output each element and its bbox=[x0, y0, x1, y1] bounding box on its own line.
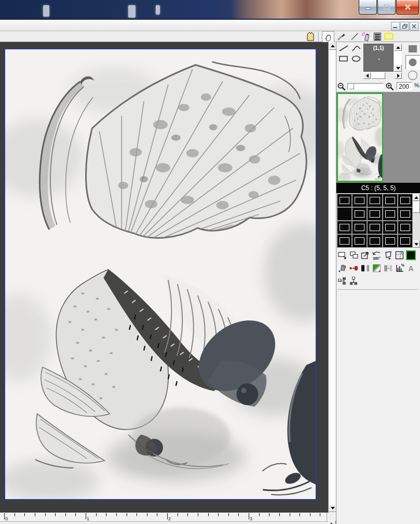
palette-swatch[interactable] bbox=[337, 235, 351, 247]
swatch-frame bbox=[385, 197, 395, 204]
palette-swatch[interactable] bbox=[337, 208, 351, 220]
palette-swatch[interactable] bbox=[383, 221, 397, 234]
preview-scroll-right-button[interactable] bbox=[395, 72, 402, 79]
paint-mode-button[interactable] bbox=[372, 263, 382, 273]
palette-swatch[interactable] bbox=[383, 194, 397, 207]
palette-swatch[interactable] bbox=[368, 221, 382, 234]
child-minimize-button[interactable] bbox=[391, 22, 400, 31]
ruler-minor-tick bbox=[198, 513, 198, 516]
align-horizontal-icon bbox=[337, 276, 347, 286]
shape-tool-line[interactable] bbox=[338, 44, 349, 52]
current-color-swatch[interactable] bbox=[406, 250, 416, 260]
palette-swatch[interactable] bbox=[353, 208, 367, 220]
hand-tool-button[interactable] bbox=[322, 31, 334, 43]
window-maximize-button[interactable] bbox=[377, 0, 396, 15]
palette-swatch[interactable] bbox=[337, 221, 351, 234]
palette-swatch[interactable] bbox=[368, 194, 382, 207]
histogram-button[interactable]: % bbox=[395, 263, 404, 273]
brush-tool-button[interactable] bbox=[335, 31, 347, 42]
ruler-minor-tick bbox=[228, 513, 229, 516]
zoom-in-icon bbox=[385, 82, 395, 91]
ruler-minor-tick bbox=[178, 513, 178, 516]
mask-tool-button[interactable] bbox=[305, 31, 316, 42]
palette-scroll-thumb[interactable] bbox=[413, 201, 420, 213]
palette-scroll-down-button[interactable] bbox=[413, 240, 420, 248]
preview-scroll-up-button[interactable] bbox=[394, 44, 402, 51]
duplicate-button[interactable] bbox=[349, 250, 359, 260]
arrow-up-icon bbox=[414, 196, 418, 199]
swatch-frame bbox=[355, 224, 364, 231]
airbrush-tool-button[interactable] bbox=[360, 31, 372, 42]
preview-scroll-down-button[interactable] bbox=[394, 64, 402, 72]
text-tool-button[interactable]: A bbox=[406, 263, 416, 273]
window-close-button[interactable] bbox=[396, 0, 419, 15]
navigator-image bbox=[338, 94, 382, 181]
canvas-area[interactable] bbox=[0, 42, 328, 513]
shape-tool-ellipse[interactable] bbox=[350, 55, 362, 63]
preview-scroll-thumb[interactable] bbox=[372, 72, 385, 79]
zoom-slider-thumb[interactable] bbox=[349, 84, 354, 89]
palette-swatch[interactable] bbox=[383, 208, 397, 220]
skew-icon bbox=[383, 250, 393, 260]
child-close-button[interactable] bbox=[410, 22, 418, 31]
palette-swatch[interactable] bbox=[398, 221, 412, 234]
palette-swatch[interactable] bbox=[337, 194, 351, 207]
ruler-minor-tick bbox=[35, 513, 35, 516]
scroll-down-button[interactable] bbox=[329, 504, 336, 512]
preview-horizontal-scrollbar[interactable] bbox=[363, 72, 402, 79]
palette-swatch[interactable] bbox=[353, 235, 367, 247]
rotate-360-button[interactable]: 360° bbox=[372, 250, 382, 260]
palette-swatch[interactable] bbox=[398, 208, 412, 220]
horizontal-scrollbar[interactable] bbox=[0, 521, 328, 524]
brush-tip-filled-circle[interactable] bbox=[405, 55, 420, 70]
palette-swatch[interactable] bbox=[398, 235, 412, 247]
window-minimize-button[interactable] bbox=[359, 0, 377, 15]
tone-adjust-button[interactable] bbox=[349, 263, 359, 273]
scroll-right-button[interactable] bbox=[328, 520, 336, 524]
contrast-gray-button[interactable] bbox=[383, 263, 393, 273]
brush-preview-dot bbox=[378, 59, 380, 60]
palette-scroll-up-button[interactable] bbox=[413, 194, 420, 201]
skew-button[interactable] bbox=[383, 250, 393, 260]
titlebar-reflection bbox=[128, 5, 136, 18]
swatch-frame bbox=[370, 237, 380, 245]
scale-icon bbox=[360, 250, 370, 260]
brush-tip-square[interactable] bbox=[407, 44, 418, 54]
palette-swatch[interactable] bbox=[353, 221, 367, 234]
palette-swatch[interactable] bbox=[398, 194, 412, 207]
brush-tip-outline-circle[interactable] bbox=[407, 70, 418, 81]
palette-swatch[interactable] bbox=[368, 235, 382, 247]
preview-scroll-left-button[interactable] bbox=[363, 72, 371, 79]
frame-tool-button[interactable] bbox=[383, 31, 395, 42]
swatch-frame bbox=[400, 224, 410, 231]
palette-swatch[interactable] bbox=[353, 194, 367, 207]
list-tool-button[interactable] bbox=[372, 31, 383, 42]
shape-tool-rectangle[interactable] bbox=[338, 55, 349, 63]
palette-swatch[interactable] bbox=[368, 208, 382, 220]
brush-preview[interactable]: (1,1) bbox=[363, 44, 394, 72]
scroll-up-button[interactable] bbox=[329, 42, 336, 50]
palette-scrollbar[interactable] bbox=[413, 194, 420, 248]
shape-tool-curve[interactable] bbox=[350, 44, 362, 52]
align-horizontal-button[interactable] bbox=[337, 276, 347, 286]
navigator-thumbnail[interactable] bbox=[337, 93, 383, 182]
line-tool-button[interactable] bbox=[349, 31, 360, 42]
child-restore-button[interactable] bbox=[400, 22, 409, 31]
side-panel: (1,1) 200 % bbox=[336, 42, 420, 524]
arrow-left-icon bbox=[366, 74, 369, 78]
align-vertical-button[interactable] bbox=[349, 276, 359, 286]
airbrush-icon bbox=[361, 32, 371, 42]
split-canvas-button[interactable] bbox=[395, 250, 404, 260]
scale-button[interactable] bbox=[360, 250, 370, 260]
fill-button[interactable] bbox=[337, 263, 347, 273]
preview-vertical-scrollbar[interactable] bbox=[394, 44, 402, 72]
swatch-frame bbox=[385, 224, 395, 231]
canvas-image[interactable] bbox=[4, 48, 317, 500]
palette-swatch[interactable] bbox=[383, 235, 397, 247]
swatch-frame bbox=[370, 224, 380, 231]
zoom-slider[interactable] bbox=[347, 83, 384, 90]
contrast-bw-button[interactable] bbox=[360, 263, 370, 273]
select-button[interactable] bbox=[337, 250, 347, 260]
zoom-value-field[interactable]: 200 bbox=[397, 82, 412, 90]
canvas-vertical-scrollbar[interactable] bbox=[328, 42, 336, 513]
